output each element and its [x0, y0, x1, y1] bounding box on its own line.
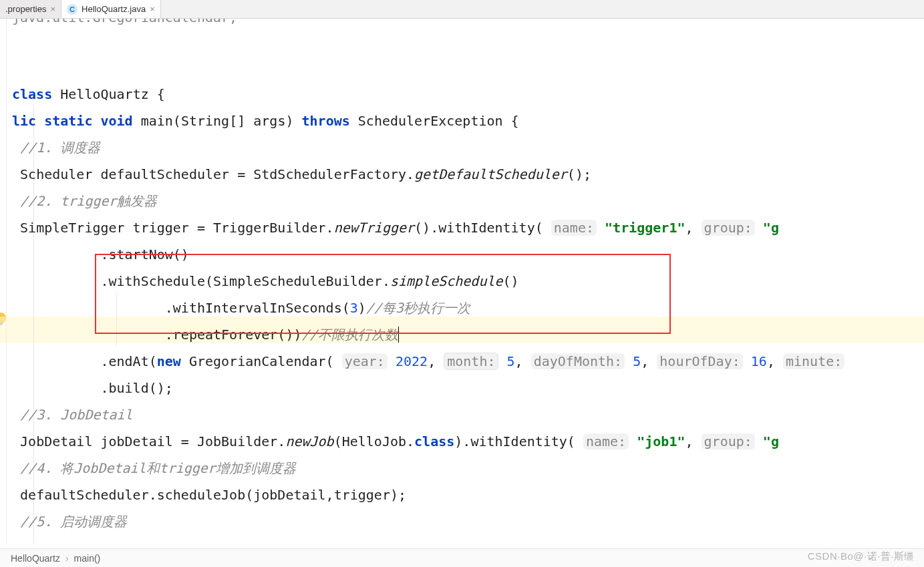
- gutter: [0, 19, 7, 543]
- newTrigger: newTrigger: [334, 220, 414, 236]
- interval-a: .withIntervalInSeconds(: [165, 300, 350, 316]
- breadcrumb-method[interactable]: main(): [74, 553, 101, 564]
- main-sig: main(String[] args): [133, 113, 302, 129]
- sched-tail: ();: [567, 166, 591, 182]
- param-hint-year: year:: [342, 353, 388, 369]
- kw-void: void: [100, 113, 132, 129]
- simpleSchedule: simpleSchedule: [390, 273, 503, 289]
- sched-a: Scheduler defaultScheduler = StdSchedule…: [20, 166, 414, 182]
- kw-class: class: [12, 86, 52, 102]
- str-g: "g: [763, 220, 779, 236]
- param-hint-name: name:: [583, 433, 629, 449]
- param-hint-month: month:: [444, 353, 498, 370]
- trig-a: SimpleTrigger trigger = TriggerBuilder.: [20, 220, 334, 236]
- trig-b: ().withIdentity(: [414, 220, 551, 236]
- editor-area[interactable]: java.util.GregorianCalendar; class Hello…: [0, 19, 924, 543]
- param-hint-minute: minute:: [783, 353, 844, 369]
- withSchedule-a: .withSchedule(SimpleScheduleBuilder.: [100, 273, 390, 289]
- param-hint-group: group:: [702, 433, 755, 449]
- build: .build();: [100, 380, 172, 396]
- close-icon[interactable]: ×: [50, 5, 55, 13]
- comment-interval: //每3秒执行一次: [366, 300, 470, 316]
- schedule-job: defaultScheduler.scheduleJob(jobDetail,t…: [20, 487, 406, 503]
- jd-a: JobDetail jobDetail = JobBuilder.: [20, 433, 285, 449]
- comment-3: //3. JobDetail: [20, 407, 133, 423]
- tab-label: .properties: [5, 4, 46, 14]
- startNow: .startNow(): [100, 246, 188, 262]
- comment-4: //4. 将JobDetail和trigger增加到调度器: [20, 460, 296, 476]
- tab-properties[interactable]: .properties ×: [0, 0, 61, 18]
- comma: ,: [428, 353, 444, 369]
- jd-c: ).withIdentity(: [454, 433, 583, 449]
- start-call: defaultScheduler.start();: [20, 540, 221, 543]
- day-v: 5: [633, 353, 641, 369]
- month-v: 5: [507, 353, 515, 369]
- endAt-a: .endAt(: [100, 353, 156, 369]
- kw-lic: lic: [12, 113, 36, 129]
- comment-1: //1. 调度器: [20, 140, 100, 156]
- str-g: "g: [763, 433, 779, 449]
- main-tail: SchedulerException {: [350, 113, 519, 129]
- newJob: newJob: [285, 433, 333, 449]
- param-hint-group: group:: [702, 220, 755, 236]
- interval-n: 3: [350, 300, 358, 316]
- year-v: 2022: [396, 353, 428, 369]
- str-trigger1: "trigger1": [605, 220, 685, 236]
- param-hint-day: dayOfMonth:: [531, 353, 625, 369]
- chevron-right-icon: ›: [65, 553, 69, 564]
- tab-helloquartz[interactable]: C HelloQuartz.java ×: [61, 0, 161, 18]
- kw-static: static: [44, 113, 92, 129]
- tab-label: HelloQuartz.java: [82, 4, 146, 14]
- tab-bar: .properties × C HelloQuartz.java ×: [0, 0, 924, 19]
- hour-v: 16: [751, 353, 767, 369]
- code-content[interactable]: class HelloQuartz { lic static void main…: [8, 19, 924, 543]
- breadcrumb-bar: HelloQuartz › main(): [0, 548, 924, 567]
- comment-2: //2. trigger触发器: [20, 193, 157, 209]
- getDefaultScheduler: getDefaultScheduler: [414, 166, 567, 182]
- comma: ,: [685, 433, 701, 449]
- comma: ,: [685, 220, 701, 236]
- str-job1: "job1": [637, 433, 685, 449]
- endAt-b: GregorianCalendar(: [181, 353, 342, 369]
- kw-new: new: [157, 353, 181, 369]
- comma: ,: [767, 353, 783, 369]
- java-class-icon: C: [67, 4, 78, 15]
- comma: ,: [515, 353, 531, 369]
- breadcrumb-class[interactable]: HelloQuartz: [11, 553, 60, 564]
- comma: ,: [641, 353, 657, 369]
- kw-classref: class: [414, 433, 454, 449]
- comment-repeat: //不限执行次数: [301, 327, 398, 343]
- interval-b: ): [358, 300, 366, 316]
- param-hint-name: name:: [551, 220, 597, 236]
- kw-throws: throws: [302, 113, 350, 129]
- param-hint-hour: hourOfDay:: [657, 353, 742, 369]
- text-cursor: [398, 327, 399, 343]
- close-icon[interactable]: ×: [150, 5, 155, 13]
- withSchedule-b: (): [503, 273, 519, 289]
- jd-b: (HelloJob.: [334, 433, 414, 449]
- repeat: .repeatForever()): [165, 327, 302, 343]
- comment-5: //5. 启动调度器: [20, 514, 127, 530]
